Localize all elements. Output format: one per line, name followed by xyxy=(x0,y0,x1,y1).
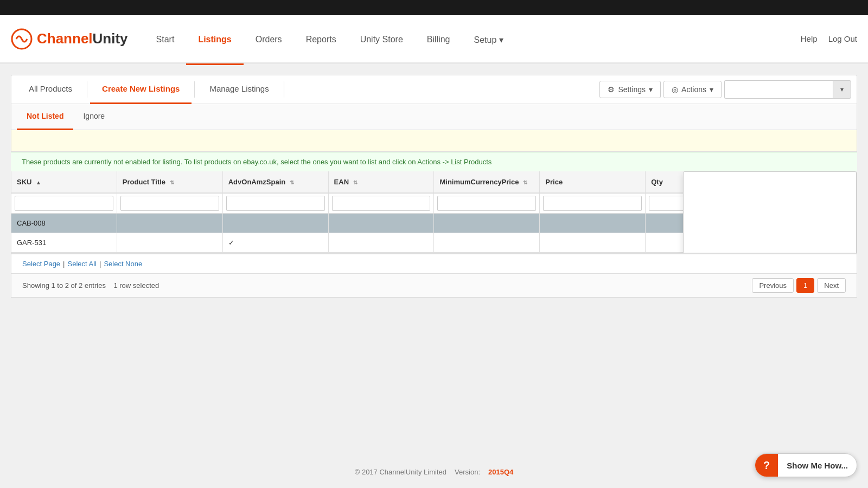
version-value: 2015Q4 xyxy=(488,468,513,476)
filter-sku-input[interactable] xyxy=(15,196,113,211)
col-sku: SKU ▲ xyxy=(11,171,117,193)
tab-divider-3 xyxy=(284,81,284,98)
tab-right-actions: ⚙ Settings ▾ ◎ Actions ▾ ▾ xyxy=(599,80,851,99)
footer-separator-1: | xyxy=(63,260,65,268)
tab-all-products[interactable]: All Products xyxy=(17,75,84,104)
header-right: Help Log Out xyxy=(801,34,857,43)
channel-arrow-button[interactable]: ▾ xyxy=(833,80,851,99)
show-me-label: Show Me How... xyxy=(778,461,857,470)
nav-listings[interactable]: Listings xyxy=(186,16,243,65)
filter-price-input[interactable] xyxy=(543,196,642,211)
sort-title-icon: ⇅ xyxy=(170,179,174,185)
settings-chevron-icon: ▾ xyxy=(649,85,653,94)
footer-showing-text: Showing 1 to 2 of 2 entries 1 row select… xyxy=(22,281,159,290)
cell-product-title xyxy=(117,233,222,253)
copyright-text: © 2017 ChannelUnity Limited xyxy=(355,468,446,476)
footer-actions: Select Page | Select All | Select None xyxy=(11,253,857,274)
show-me-icon: ? xyxy=(755,454,778,477)
select-none-link[interactable]: Select None xyxy=(104,260,142,268)
tab-create-new-listings[interactable]: Create New Listings xyxy=(90,75,192,104)
tab-manage-listings[interactable]: Manage Listings xyxy=(197,75,280,104)
cell-adv xyxy=(222,214,328,233)
logo-icon xyxy=(11,28,33,50)
select-all-link[interactable]: Select All xyxy=(68,260,97,268)
sort-adv-icon: ⇅ xyxy=(290,179,294,185)
actions-chevron-icon: ▾ xyxy=(710,85,713,94)
cell-sku: CAB-008 xyxy=(11,214,117,233)
nav-unity-store[interactable]: Unity Store xyxy=(348,16,415,65)
cell-product-title xyxy=(117,214,222,233)
filter-adv-input[interactable] xyxy=(226,196,325,211)
gear-icon: ⚙ xyxy=(608,85,615,94)
cell-mcp xyxy=(434,214,540,233)
cell-adv: ✓ xyxy=(222,233,328,253)
logo-unity-text: Unity xyxy=(93,30,128,47)
site-footer: © 2017 ChannelUnity Limited Version: 201… xyxy=(0,455,868,488)
info-banner-green: These products are currently not enabled… xyxy=(11,152,857,171)
sort-sku-icon: ▲ xyxy=(36,179,41,185)
channel-dropdown-wrapper: ▾ xyxy=(724,80,851,99)
target-icon: ◎ xyxy=(672,85,678,94)
logout-link[interactable]: Log Out xyxy=(828,34,857,43)
nav-start[interactable]: Start xyxy=(144,16,187,65)
channel-select-input[interactable] xyxy=(724,80,833,99)
filter-product-title xyxy=(117,193,222,214)
cell-price xyxy=(540,214,646,233)
cell-ean xyxy=(328,214,434,233)
dropdown-body: Add a channel... xyxy=(684,172,856,253)
filter-price xyxy=(540,193,646,214)
next-button[interactable]: Next xyxy=(817,278,846,293)
col-price: Price xyxy=(540,171,646,193)
pagination: Previous 1 Next xyxy=(752,278,846,293)
select-page-link[interactable]: Select Page xyxy=(22,260,60,268)
logo: ChannelUnity xyxy=(11,28,128,50)
footer-info: Showing 1 to 2 of 2 entries 1 row select… xyxy=(11,274,857,298)
col-ean: EAN ⇅ xyxy=(328,171,434,193)
main-content: All Products Create New Listings Manage … xyxy=(0,64,868,455)
page-1-button[interactable]: 1 xyxy=(796,278,814,293)
version-label: Version: xyxy=(455,468,480,476)
table-wrapper: SKU ▲ Product Title ⇅ AdvOnAmzSpain ⇅ EA… xyxy=(11,171,857,253)
cell-mcp xyxy=(434,233,540,253)
main-nav: Start Listings Orders Reports Unity Stor… xyxy=(144,15,801,63)
filter-sku xyxy=(11,193,117,214)
cell-sku: GAR-531 xyxy=(11,233,117,253)
filter-mcp xyxy=(434,193,540,214)
nav-orders[interactable]: Orders xyxy=(244,16,294,65)
col-adv-on-amz-spain: AdvOnAmzSpain ⇅ xyxy=(222,171,328,193)
filter-ean-input[interactable] xyxy=(332,196,431,211)
filter-ean xyxy=(328,193,434,214)
filter-title-input[interactable] xyxy=(120,196,219,211)
help-link[interactable]: Help xyxy=(801,34,818,43)
sort-ean-icon: ⇅ xyxy=(353,179,358,185)
sub-tab-ignore[interactable]: Ignore xyxy=(73,104,114,130)
nav-setup[interactable]: Setup ▾ xyxy=(462,16,515,65)
show-me-how-button[interactable]: ? Show Me How... xyxy=(755,453,857,477)
nav-reports[interactable]: Reports xyxy=(294,16,348,65)
main-tab-bar: All Products Create New Listings Manage … xyxy=(11,75,857,104)
content-area: All Products Create New Listings Manage … xyxy=(11,75,857,298)
sub-tab-bar: Not Listed Ignore xyxy=(11,104,857,130)
filter-mcp-input[interactable] xyxy=(437,196,536,211)
info-banner-yellow xyxy=(11,130,857,152)
header: ChannelUnity Start Listings Orders Repor… xyxy=(0,15,868,64)
prev-button[interactable]: Previous xyxy=(752,278,794,293)
channel-chevron-icon: ▾ xyxy=(840,86,844,93)
cell-price xyxy=(540,233,646,253)
tab-divider-1 xyxy=(87,81,87,98)
cell-ean xyxy=(328,233,434,253)
top-bar xyxy=(0,0,868,15)
sub-tab-not-listed[interactable]: Not Listed xyxy=(17,104,73,130)
settings-button[interactable]: ⚙ Settings ▾ xyxy=(599,81,661,98)
col-product-title: Product Title ⇅ xyxy=(117,171,222,193)
col-min-currency-price: MinimumCurrencyPrice ⇅ xyxy=(434,171,540,193)
channel-dropdown-panel: Add a channel... xyxy=(683,171,857,253)
sort-mcp-icon: ⇅ xyxy=(523,179,527,185)
logo-channel-text: Channel xyxy=(37,30,93,47)
actions-button[interactable]: ◎ Actions ▾ xyxy=(663,81,722,98)
footer-separator-2: | xyxy=(99,260,101,268)
filter-adv xyxy=(222,193,328,214)
tab-divider-2 xyxy=(194,81,195,98)
nav-billing[interactable]: Billing xyxy=(415,16,462,65)
